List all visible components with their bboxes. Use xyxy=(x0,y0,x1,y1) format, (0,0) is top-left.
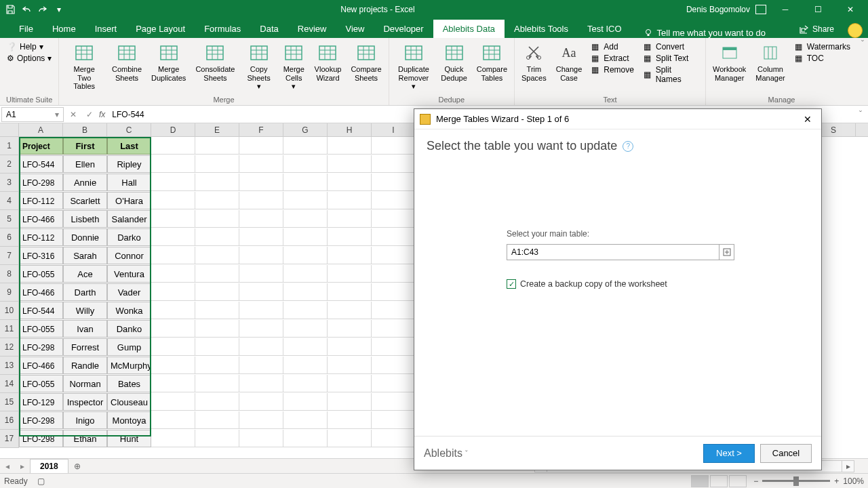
empty-cell[interactable] xyxy=(195,430,239,447)
data-cell[interactable]: Ace xyxy=(63,265,107,283)
empty-cell[interactable] xyxy=(372,210,416,228)
empty-cell[interactable] xyxy=(328,430,372,447)
empty-cell[interactable] xyxy=(239,228,283,246)
data-cell[interactable]: LFO-466 xyxy=(19,210,63,228)
empty-cell[interactable] xyxy=(372,247,416,264)
name-box[interactable]: A1▾ xyxy=(1,107,64,122)
data-cell[interactable]: Hall xyxy=(107,174,151,191)
empty-cell[interactable] xyxy=(372,375,416,392)
empty-cell[interactable] xyxy=(283,265,328,283)
empty-cell[interactable] xyxy=(283,411,328,429)
empty-cell[interactable] xyxy=(195,137,239,155)
empty-cell[interactable] xyxy=(283,155,328,173)
empty-cell[interactable] xyxy=(151,430,195,447)
data-cell[interactable]: Ivan xyxy=(63,320,107,338)
empty-cell[interactable] xyxy=(283,228,328,246)
empty-cell[interactable] xyxy=(151,174,195,191)
data-cell[interactable]: LFO-298 xyxy=(19,174,63,191)
merge-btn-2[interactable]: MergeDuplicates xyxy=(149,41,189,94)
undo-icon[interactable] xyxy=(19,2,34,17)
empty-cell[interactable] xyxy=(328,247,372,264)
empty-cell[interactable] xyxy=(151,247,195,264)
user-name[interactable]: Denis Bogomolov xyxy=(686,5,750,14)
data-cell[interactable]: Ethan xyxy=(63,430,107,447)
normal-view-button[interactable] xyxy=(691,475,709,487)
data-cell[interactable]: Inspector xyxy=(63,393,107,411)
data-cell[interactable]: Danko xyxy=(107,320,151,338)
empty-cell[interactable] xyxy=(372,411,416,429)
data-cell[interactable]: Annie xyxy=(63,174,107,191)
empty-cell[interactable] xyxy=(372,393,416,411)
tab-view[interactable]: View xyxy=(336,20,374,38)
data-cell[interactable]: Bates xyxy=(107,375,151,392)
empty-cell[interactable] xyxy=(328,137,372,155)
empty-cell[interactable] xyxy=(328,210,372,228)
tab-data[interactable]: Data xyxy=(250,20,288,38)
column-header[interactable]: E xyxy=(195,123,239,136)
tab-developer[interactable]: Developer xyxy=(374,20,433,38)
data-cell[interactable]: LFO-298 xyxy=(19,338,63,356)
column-header[interactable]: H xyxy=(328,123,372,136)
empty-cell[interactable] xyxy=(283,283,328,301)
empty-cell[interactable] xyxy=(328,283,372,301)
tab-formulas[interactable]: Formulas xyxy=(195,20,250,38)
expand-formula-icon[interactable]: ˇ xyxy=(853,110,868,119)
tell-me-search[interactable]: Tell me what you want to do xyxy=(631,28,791,38)
data-cell[interactable]: Randle xyxy=(63,357,107,374)
collapse-ribbon-icon[interactable]: ˇ xyxy=(857,38,868,105)
row-header[interactable]: 9 xyxy=(0,283,19,302)
select-all-corner[interactable] xyxy=(0,123,19,136)
empty-cell[interactable] xyxy=(283,174,328,191)
empty-cell[interactable] xyxy=(151,283,195,301)
data-cell[interactable]: Scarlett xyxy=(63,192,107,209)
empty-cell[interactable] xyxy=(239,247,283,264)
empty-cell[interactable] xyxy=(151,411,195,429)
column-header[interactable]: D xyxy=(151,123,195,136)
manage-toc[interactable]: ▦TOC xyxy=(795,54,850,63)
empty-cell[interactable] xyxy=(328,155,372,173)
fx-icon[interactable]: fx xyxy=(99,110,105,119)
data-cell[interactable]: Willy xyxy=(63,302,107,319)
empty-cell[interactable] xyxy=(239,174,283,191)
data-cell[interactable]: Hunt xyxy=(107,430,151,447)
column-header[interactable]: I xyxy=(372,123,416,136)
column-manager-button[interactable]: ColumnManager xyxy=(753,41,787,94)
zoom-out-button[interactable]: − xyxy=(753,476,758,486)
empty-cell[interactable] xyxy=(372,320,416,338)
row-header[interactable]: 4 xyxy=(0,192,19,210)
empty-cell[interactable] xyxy=(239,155,283,173)
empty-cell[interactable] xyxy=(195,265,239,283)
empty-cell[interactable] xyxy=(239,210,283,228)
row-header[interactable]: 3 xyxy=(0,174,19,192)
empty-cell[interactable] xyxy=(328,174,372,191)
data-cell[interactable]: LFO-112 xyxy=(19,228,63,246)
data-cell[interactable]: Lisbeth xyxy=(63,210,107,228)
data-cell[interactable]: Darth xyxy=(63,283,107,301)
empty-cell[interactable] xyxy=(195,283,239,301)
data-cell[interactable]: Wonka xyxy=(107,302,151,319)
empty-cell[interactable] xyxy=(283,320,328,338)
options-dropdown[interactable]: ⚙Options ▾ xyxy=(7,54,52,63)
data-cell[interactable]: LFO-544 xyxy=(19,155,63,173)
row-header[interactable]: 6 xyxy=(0,228,19,247)
row-header[interactable]: 7 xyxy=(0,247,19,265)
header-cell[interactable]: Project xyxy=(19,137,63,155)
merge-btn-3[interactable]: ConsolidateSheets xyxy=(193,41,237,94)
row-header[interactable]: 2 xyxy=(0,155,19,174)
empty-cell[interactable] xyxy=(372,302,416,319)
empty-cell[interactable] xyxy=(239,192,283,209)
empty-cell[interactable] xyxy=(195,375,239,392)
empty-cell[interactable] xyxy=(195,338,239,356)
feedback-smiley-icon[interactable] xyxy=(848,23,863,38)
empty-cell[interactable] xyxy=(151,375,195,392)
empty-cell[interactable] xyxy=(283,338,328,356)
row-header[interactable]: 10 xyxy=(0,302,19,320)
text-splittext[interactable]: ▦Split Text xyxy=(644,54,698,63)
tab-file[interactable]: File xyxy=(9,20,43,38)
empty-cell[interactable] xyxy=(328,192,372,209)
row-header[interactable]: 16 xyxy=(0,411,19,430)
merge-btn-4[interactable]: CopySheets ▾ xyxy=(241,41,275,94)
page-layout-view-button[interactable] xyxy=(710,475,728,487)
zoom-in-button[interactable]: + xyxy=(834,476,839,486)
empty-cell[interactable] xyxy=(239,357,283,374)
